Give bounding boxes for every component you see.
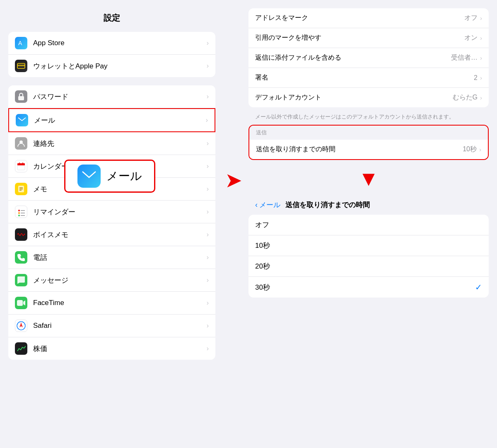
messages-label: メッセージ (33, 276, 207, 285)
svg-rect-2 (17, 65, 25, 66)
mail-popup: メール (64, 160, 155, 193)
back-chevron-icon: ‹ (255, 201, 258, 209)
send-cancel-row[interactable]: 送信を取り消すまでの時間 10秒 › (249, 140, 488, 159)
attachment-row[interactable]: 返信に添付ファイルを含める 受信者… › (248, 48, 489, 68)
attachment-label: 返信に添付ファイルを含める (255, 53, 451, 62)
option-20s-label: 20秒 (255, 262, 482, 271)
messages-row[interactable]: メッセージ › (8, 269, 215, 292)
svg-point-15 (18, 210, 20, 211)
svg-point-16 (18, 212, 20, 214)
svg-point-17 (18, 215, 20, 216)
facetime-chevron: › (207, 299, 209, 307)
phone-label: 電話 (33, 253, 207, 262)
password-label: パスワード (33, 92, 207, 102)
right-panel: アドレスをマーク オフ › 引用のマークを増やす オン › 返信に添付ファイルを… (224, 0, 497, 448)
voicememo-chevron: › (207, 231, 209, 238)
mail-icon (16, 114, 28, 126)
svg-rect-21 (17, 300, 23, 306)
reminders-icon (15, 206, 27, 218)
default-account-value: むらたG (453, 93, 478, 102)
send-section-box: 送信 送信を取り消すまでの時間 10秒 › (248, 125, 489, 160)
phone-row[interactable]: 電話 › (8, 246, 215, 269)
back-label[interactable]: メール (259, 200, 280, 210)
facetime-row[interactable]: FaceTime › (8, 292, 215, 315)
wallet-label: ウォレットとApple Pay (33, 61, 207, 71)
mark-address-value: オフ (464, 14, 478, 22)
option-20s-row[interactable]: 20秒 (248, 256, 489, 277)
quote-mark-value: オン (464, 34, 478, 42)
password-row[interactable]: パスワード › (8, 85, 215, 108)
contacts-label: 連絡先 (33, 139, 207, 148)
mail-popup-label: メール (106, 168, 142, 184)
settings-group-1: A App Store › ウォレットとApple Pay › (8, 32, 215, 77)
option-30s-row[interactable]: 30秒 ✓ (248, 277, 489, 298)
notes-icon (15, 183, 27, 195)
sub-page-title: 送信を取り消すまでの時間 (285, 200, 370, 210)
appstore-row[interactable]: A App Store › (8, 32, 215, 55)
password-icon (15, 90, 27, 103)
quote-mark-label: 引用のマークを増やす (255, 34, 464, 42)
reminders-row[interactable]: リマインダー › (8, 201, 215, 223)
signature-row[interactable]: 署名 2 › (248, 68, 489, 88)
mark-address-row[interactable]: アドレスをマーク オフ › (248, 8, 489, 28)
option-30s-label: 30秒 (255, 283, 475, 292)
appstore-label: App Store (33, 39, 207, 47)
reminders-chevron: › (207, 208, 209, 216)
send-cancel-label: 送信を取り消すまでの時間 (256, 145, 463, 154)
mark-address-label: アドレスをマーク (255, 14, 464, 22)
stocks-chevron: › (207, 345, 209, 352)
default-account-description: メール以外で作成したメッセージはこのデフォルトアカウントから送信されます。 (248, 111, 489, 125)
arrow-right-icon: ➤ (225, 170, 242, 191)
settings-group-2: パスワード › メール › 連絡先 › カレンダー (8, 85, 215, 360)
calendar-icon (15, 160, 27, 172)
stocks-label: 株価 (33, 344, 207, 354)
voicememo-label: ボイスメモ (33, 230, 207, 240)
checkmark-icon: ✓ (475, 282, 482, 292)
send-cancel-chevron: › (479, 146, 481, 153)
quote-mark-chevron: › (480, 34, 482, 41)
settings-title: 設定 (8, 12, 215, 24)
left-panel: 設定 A App Store › ウォレットとApple Pay › パスワード… (0, 0, 224, 448)
svg-rect-28 (82, 170, 97, 182)
default-account-chevron: › (480, 94, 482, 101)
appstore-icon: A (15, 37, 27, 49)
phone-icon (15, 251, 27, 264)
reminders-label: リマインダー (33, 207, 207, 217)
mail-row[interactable]: メール › (8, 108, 215, 132)
sub-page-options: オフ 10秒 20秒 30秒 ✓ (248, 215, 489, 298)
option-off-label: オフ (255, 220, 482, 230)
wallet-icon (15, 60, 27, 72)
quote-mark-row[interactable]: 引用のマークを増やす オン › (248, 28, 489, 48)
mark-address-chevron: › (480, 15, 482, 22)
password-chevron: › (207, 93, 209, 100)
option-off-row[interactable]: オフ (248, 215, 489, 235)
voicememo-icon (15, 228, 27, 241)
signature-chevron: › (480, 74, 482, 81)
contacts-row[interactable]: 連絡先 › (8, 132, 215, 155)
arrow-down-container: ▼ (248, 168, 489, 189)
safari-chevron: › (207, 322, 209, 329)
wallet-row[interactable]: ウォレットとApple Pay › (8, 55, 215, 77)
svg-marker-22 (23, 300, 25, 305)
svg-rect-27 (82, 170, 97, 182)
facetime-label: FaceTime (33, 299, 207, 307)
attachment-value: 受信者… (451, 53, 478, 62)
messages-chevron: › (207, 276, 209, 284)
messages-icon (15, 274, 27, 286)
send-section-header: 送信 (249, 126, 488, 140)
default-account-row[interactable]: デフォルトアカウント むらたG › (248, 88, 489, 107)
stocks-row[interactable]: 株価 › (8, 337, 215, 360)
svg-rect-3 (18, 96, 24, 100)
safari-row[interactable]: Safari › (8, 315, 215, 337)
phone-chevron: › (207, 254, 209, 261)
contacts-icon (15, 137, 27, 150)
default-account-label: デフォルトアカウント (255, 93, 453, 102)
sub-page-header: ‹ メール 送信を取り消すまでの時間 (248, 195, 489, 215)
contacts-chevron: › (207, 140, 209, 147)
option-10s-row[interactable]: 10秒 (248, 235, 489, 256)
attachment-chevron: › (480, 54, 482, 61)
signature-value: 2 (474, 74, 478, 82)
arrow-down-icon: ▼ (358, 168, 379, 189)
notes-chevron: › (207, 185, 209, 193)
voicememo-row[interactable]: ボイスメモ › (8, 223, 215, 246)
